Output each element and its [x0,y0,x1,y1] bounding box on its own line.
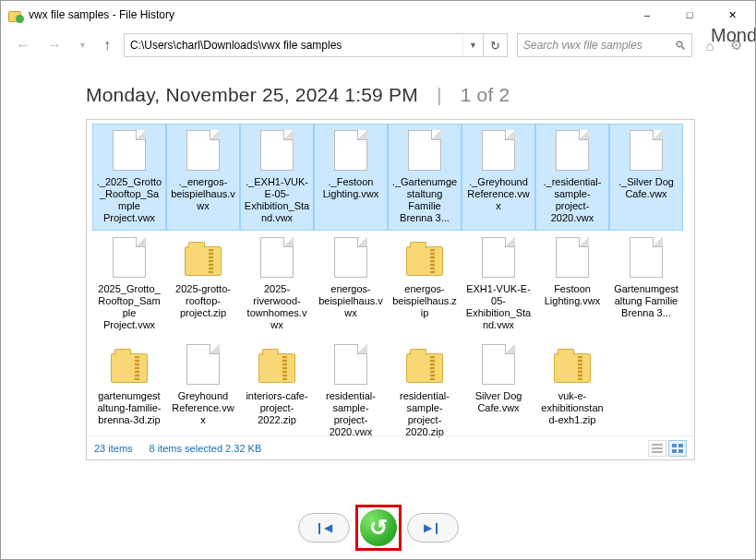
file-item[interactable]: 2025-grotto-rooftop-project.zip [166,231,240,338]
file-icon [553,237,592,281]
file-icon [405,130,444,174]
up-button[interactable]: ↑ [100,35,114,55]
svg-rect-4 [678,444,683,447]
file-label: ._residential-sample-project-2020.vwx [538,174,606,224]
file-item[interactable]: ._Greyhound Reference.vwx [462,124,535,231]
file-item[interactable]: ._Festoon Lighting.vwx [314,124,388,231]
file-label: ._Festoon Lighting.vwx [317,174,385,200]
file-icon [627,237,666,281]
file-item[interactable]: EXH1-VUK-E-05-Exhibition_Stand.vwx [462,231,535,338]
file-icon [479,130,518,174]
version-page: 1 of 2 [461,84,510,105]
file-icon [479,344,518,388]
file-icon [258,237,296,281]
file-icon [479,237,518,281]
file-item[interactable]: ._energos-beispielhaus.vwx [166,124,240,231]
file-icon [258,130,296,174]
svg-rect-3 [672,444,677,447]
file-item[interactable]: residential-sample-project-2020.zip [388,338,462,445]
file-label: 2025-riverwood-townhomes.vwx [243,281,311,331]
file-label: Gartenumgestaltung Familie Brenna 3... [612,281,680,319]
file-item[interactable]: ._residential-sample-project-2020.vwx [535,124,609,231]
file-icon [110,237,149,281]
zip-icon [258,344,296,388]
item-count: 23 items [94,443,133,454]
header-separator: | [437,84,442,105]
file-label: energos-beispielhaus.zip [390,281,459,319]
file-item[interactable]: ._Gartenumgestaltung Familie Brenna 3... [388,124,462,231]
file-label: 2025_Grotto_Rooftop_Sample Project.vwx [95,281,163,331]
nav-bar: ← → ▼ ↑ ▼ ↻ 🔍︎ ⌂ ⚙ [1,29,755,62]
file-item[interactable]: energos-beispielhaus.zip [388,231,462,338]
file-item[interactable]: ._EXH1-VUK-E-05-Exhibition_Stand.vwx [240,124,314,231]
search-input[interactable] [518,39,669,52]
file-item[interactable]: ._2025_Grotto_Rooftop_Sample Project.vwx [92,124,166,231]
history-dropdown[interactable]: ▼ [75,39,90,52]
next-version-button[interactable]: ▶❙ [407,513,459,542]
version-header: Monday, November 25, 2024 1:59 PM | 1 of… [86,84,695,106]
file-icon [553,130,592,174]
file-label: ._Greyhound Reference.vwx [464,174,533,212]
file-item[interactable]: energos-beispielhaus.vwx [314,231,388,338]
file-item[interactable]: residential-sample-project-2020.vwx [314,338,388,445]
file-label: ._2025_Grotto_Rooftop_Sample Project.vwx [95,174,163,224]
refresh-button[interactable]: ↻ [483,34,507,56]
file-label: ._Gartenumgestaltung Familie Brenna 3... [390,174,459,224]
file-item[interactable]: Silver Dog Cafe.vwx [462,338,535,445]
maximize-button[interactable]: □ [668,1,711,29]
file-item[interactable]: gartenumgestaltung-familie-brenna-3d.zip [92,338,166,445]
file-label: residential-sample-project-2020.vwx [317,388,385,438]
file-label: EXH1-VUK-E-05-Exhibition_Stand.vwx [464,281,533,331]
file-label: ._energos-beispielhaus.vwx [169,174,237,212]
zip-icon [184,237,222,281]
file-label: interiors-cafe-project-2022.zip [243,388,311,426]
zip-icon [405,237,444,281]
app-icon [8,7,23,22]
file-item[interactable]: Festoon Lighting.vwx [535,231,609,338]
svg-rect-5 [672,449,677,453]
file-label: energos-beispielhaus.vwx [317,281,385,319]
zip-icon [110,344,149,388]
file-list-pane: ._2025_Grotto_Rooftop_Sample Project.vwx… [86,119,695,460]
address-input[interactable] [125,34,462,56]
file-icon [184,344,222,388]
file-icon [331,344,370,388]
back-button[interactable]: ← [12,35,34,55]
address-bar[interactable]: ▼ ↻ [124,33,508,57]
search-icon[interactable]: 🔍︎ [669,39,691,53]
search-box[interactable]: 🔍︎ [517,33,692,57]
file-item[interactable]: vuk-e-exhibitionstand-exh1.zip [535,338,609,445]
minimize-button[interactable]: – [626,1,668,29]
file-item[interactable]: Greyhound Reference.vwx [166,338,240,445]
forward-button[interactable]: → [43,35,66,55]
file-label: gartenumgestaltung-familie-brenna-3d.zip [95,388,163,426]
playback-controls: ❙◀ ↺ ▶❙ [1,505,755,551]
restore-button[interactable]: ↺ [360,509,397,546]
file-item[interactable]: ._Silver Dog Cafe.vwx [609,124,683,231]
file-label: Festoon Lighting.vwx [538,281,606,307]
svg-rect-6 [678,449,683,453]
icons-view-icon[interactable] [668,440,687,457]
window-title: vwx file samples - File History [29,8,626,21]
file-icon [331,130,370,174]
file-label: 2025-grotto-rooftop-project.zip [169,281,237,319]
file-item[interactable]: 2025_Grotto_Rooftop_Sample Project.vwx [92,231,166,338]
file-item[interactable]: Gartenumgestaltung Familie Brenna 3... [609,231,683,338]
zip-icon [553,344,592,388]
view-switcher [648,440,687,457]
version-date: Monday, November 25, 2024 1:59 PM [86,84,418,105]
file-item[interactable]: 2025-riverwood-townhomes.vwx [240,231,314,338]
file-label: ._Silver Dog Cafe.vwx [612,174,680,200]
details-view-icon[interactable] [648,440,666,457]
restore-highlight: ↺ [355,505,402,551]
previous-version-button[interactable]: ❙◀ [298,513,350,542]
file-grid: ._2025_Grotto_Rooftop_Sample Project.vwx… [87,120,694,445]
file-label: vuk-e-exhibitionstand-exh1.zip [538,388,606,426]
file-icon [627,130,666,174]
file-item[interactable]: interiors-cafe-project-2022.zip [240,338,314,445]
file-label: Greyhound Reference.vwx [169,388,237,426]
zip-icon [405,344,444,388]
title-bar: vwx file samples - File History – □ ✕ [1,1,755,29]
address-dropdown[interactable]: ▼ [462,34,483,56]
next-version-peek: Monda [711,25,755,46]
